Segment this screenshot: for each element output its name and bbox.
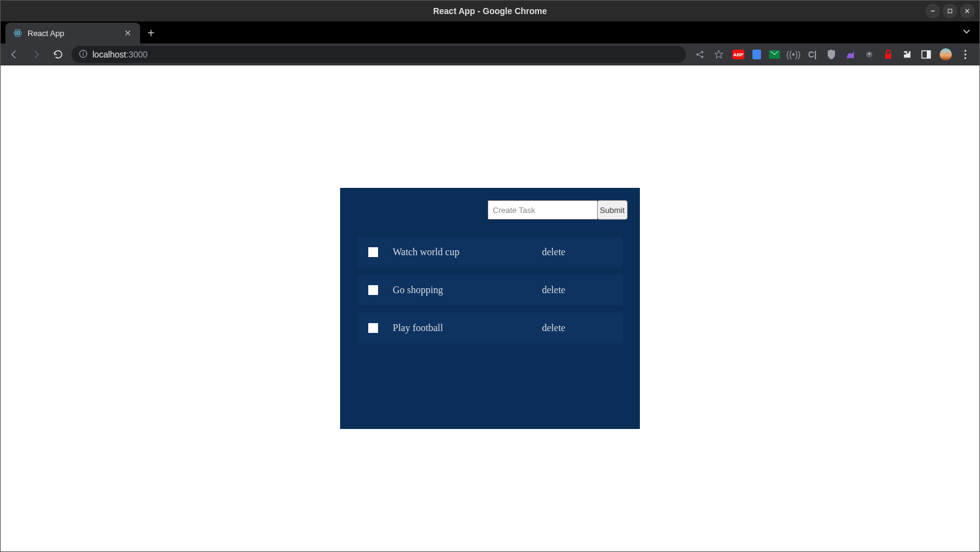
react-icon	[13, 28, 23, 38]
svg-point-4	[17, 32, 19, 34]
close-window-button[interactable]	[960, 4, 974, 18]
panel-icon[interactable]	[921, 49, 932, 60]
dot-extension-icon[interactable]	[864, 49, 875, 60]
mail-extension-icon[interactable]	[769, 50, 780, 59]
minimize-button[interactable]	[926, 4, 940, 18]
task-checkbox[interactable]	[368, 323, 378, 333]
toolbar-actions: ABP ((•)) C|	[691, 48, 974, 61]
svg-point-18	[869, 53, 870, 55]
page-viewport: Submit Watch world cup delete Go shoppin…	[1, 65, 979, 551]
extensions-icon[interactable]	[902, 49, 913, 60]
todo-app: Submit Watch world cup delete Go shoppin…	[340, 188, 640, 429]
delete-button[interactable]: delete	[542, 323, 565, 334]
task-input[interactable]	[488, 200, 598, 220]
bookmark-icon[interactable]	[713, 49, 724, 60]
tab-strip: React App ✕ +	[1, 21, 979, 43]
all-tabs-button[interactable]	[962, 28, 971, 38]
tab-title: React App	[28, 29, 118, 38]
c-extension-icon[interactable]: C|	[807, 49, 818, 60]
svg-rect-1	[948, 9, 952, 13]
browser-tab[interactable]: React App ✕	[6, 23, 140, 43]
task-label: Watch world cup	[393, 247, 515, 258]
svg-line-15	[698, 55, 701, 57]
delete-button[interactable]: delete	[542, 247, 565, 258]
svg-point-11	[696, 53, 698, 55]
window-controls	[926, 4, 974, 18]
delete-button[interactable]: delete	[542, 285, 565, 296]
lock-extension-icon[interactable]	[883, 49, 894, 60]
info-icon[interactable]	[79, 50, 87, 60]
svg-point-22	[965, 50, 967, 52]
task-item: Watch world cup delete	[357, 237, 623, 267]
broadcast-extension-icon[interactable]: ((•))	[788, 49, 799, 60]
shield-extension-icon[interactable]	[826, 49, 837, 60]
task-item: Go shopping delete	[357, 275, 623, 305]
purple-extension-icon[interactable]	[845, 49, 856, 60]
svg-rect-19	[885, 54, 891, 59]
task-checkbox[interactable]	[368, 247, 378, 257]
window-title: React App - Google Chrome	[433, 6, 547, 16]
close-tab-icon[interactable]: ✕	[123, 28, 133, 38]
task-item: Play football delete	[357, 313, 623, 343]
task-form: Submit	[352, 200, 628, 220]
back-button[interactable]	[6, 46, 23, 63]
task-label: Play football	[393, 323, 515, 334]
svg-rect-21	[927, 51, 930, 58]
task-checkbox[interactable]	[368, 285, 378, 295]
browser-toolbar: localhost:3000 ABP ((•)) C|	[1, 43, 979, 65]
submit-button[interactable]: Submit	[597, 200, 628, 220]
svg-line-14	[698, 53, 701, 54]
task-list: Watch world cup delete Go shopping delet…	[352, 237, 628, 343]
task-label: Go shopping	[393, 285, 515, 296]
svg-point-24	[965, 58, 967, 59]
address-bar[interactable]: localhost:3000	[72, 46, 686, 63]
maximize-button[interactable]	[943, 4, 957, 18]
menu-icon[interactable]	[960, 49, 971, 60]
svg-point-10	[83, 51, 83, 52]
new-tab-button[interactable]: +	[140, 23, 162, 43]
svg-point-13	[701, 56, 703, 58]
share-icon[interactable]	[694, 49, 705, 60]
abp-extension-icon[interactable]: ABP	[732, 50, 744, 59]
forward-button[interactable]	[28, 46, 45, 63]
svg-point-12	[701, 51, 703, 53]
reload-button[interactable]	[50, 46, 67, 63]
window-titlebar: React App - Google Chrome	[1, 1, 979, 21]
doc-extension-icon[interactable]	[752, 50, 761, 59]
profile-avatar[interactable]	[940, 48, 952, 61]
url-text: localhost:3000	[92, 50, 147, 59]
svg-point-23	[965, 54, 967, 56]
